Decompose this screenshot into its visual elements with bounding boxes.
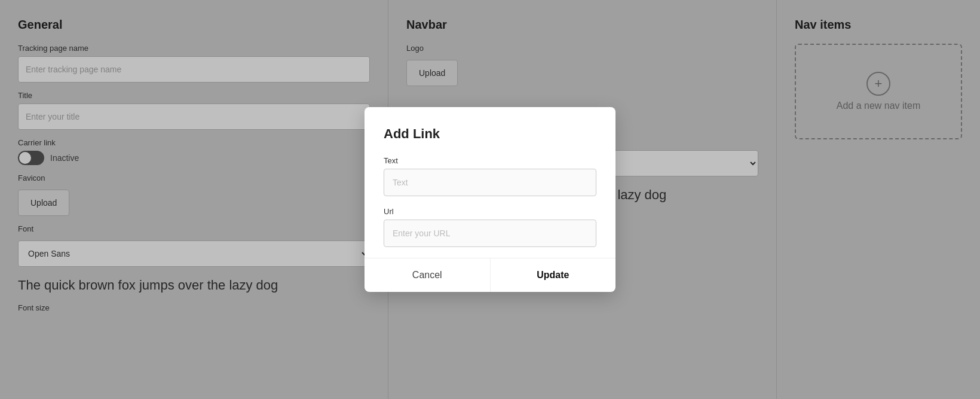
main-layout: General Tracking page name Title Carrier… <box>0 0 980 399</box>
modal-update-button[interactable]: Update <box>491 258 616 292</box>
modal-url-label: Url <box>384 207 596 216</box>
modal-text-input[interactable] <box>384 169 596 196</box>
modal-cancel-button[interactable]: Cancel <box>365 258 491 292</box>
add-link-modal: Add Link Text Url Cancel Update <box>365 107 615 292</box>
modal-title: Add Link <box>384 126 596 142</box>
modal-url-input[interactable] <box>384 220 596 247</box>
modal-text-label: Text <box>384 156 596 165</box>
modal-actions: Cancel Update <box>365 258 615 292</box>
modal-overlay: Add Link Text Url Cancel Update <box>0 0 980 399</box>
